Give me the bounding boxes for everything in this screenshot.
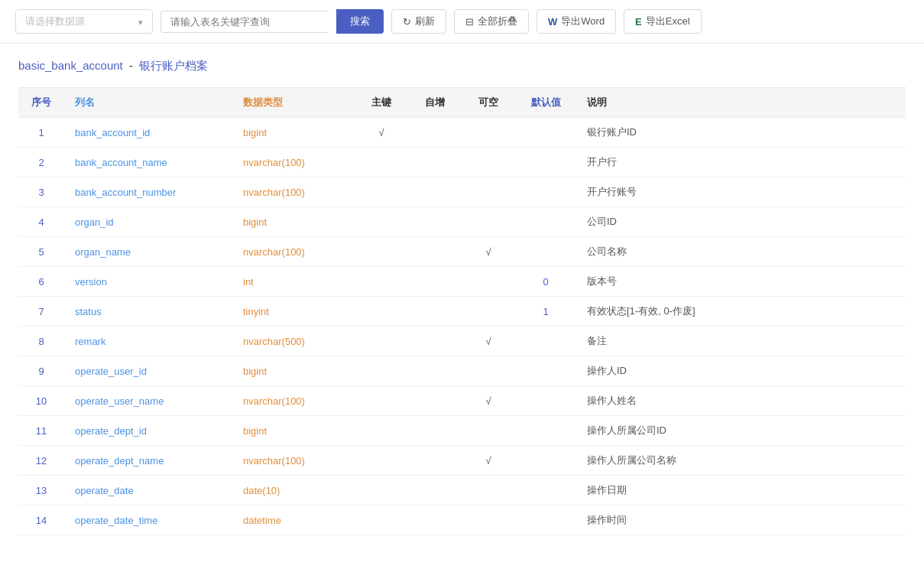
cell-pk xyxy=(355,267,408,297)
cell-auto xyxy=(408,237,462,267)
cell-seq: 2 xyxy=(18,148,64,177)
cell-seq: 6 xyxy=(18,267,64,297)
cell-name: version xyxy=(64,267,232,297)
cell-default xyxy=(515,506,576,535)
cell-type: bigint xyxy=(232,356,355,386)
datasource-placeholder: 请选择数据源 xyxy=(25,15,85,28)
page-title: basic_bank_account - 银行账户档案 xyxy=(18,59,906,73)
cell-default xyxy=(515,386,576,416)
header-auto: 自增 xyxy=(408,88,462,118)
cell-comment: 有效状态[1-有效, 0-作废] xyxy=(576,297,906,327)
cell-seq: 7 xyxy=(18,297,64,327)
collapse-label: 全部折叠 xyxy=(478,15,517,28)
table-row: 3 bank_account_number nvarchar(100) 开户行账… xyxy=(18,177,906,207)
cell-comment: 版本号 xyxy=(576,267,906,297)
cell-auto xyxy=(408,148,462,177)
content: basic_bank_account - 银行账户档案 序号 列名 数据类型 主… xyxy=(0,44,924,551)
table-id: basic_bank_account xyxy=(18,59,123,72)
cell-name: operate_user_name xyxy=(64,386,232,416)
word-icon xyxy=(548,16,557,28)
cell-type: date(10) xyxy=(232,476,355,506)
cell-auto xyxy=(408,416,462,446)
search-input[interactable] xyxy=(160,11,329,33)
cell-pk xyxy=(355,207,408,237)
header-comment: 说明 xyxy=(576,88,906,118)
cell-name: organ_id xyxy=(64,207,232,237)
collapse-button[interactable]: 全部折叠 xyxy=(454,9,529,34)
cell-pk xyxy=(355,446,408,476)
cell-default xyxy=(515,177,576,207)
cell-nullable xyxy=(462,207,515,237)
cell-nullable xyxy=(462,506,515,535)
table-row: 4 organ_id bigint 公司ID xyxy=(18,207,906,237)
datasource-select[interactable]: 请选择数据源 xyxy=(15,9,153,34)
refresh-label: 刷新 xyxy=(415,15,435,28)
cell-comment: 开户行 xyxy=(576,148,906,177)
cell-nullable xyxy=(462,476,515,506)
export-word-button[interactable]: 导出Word xyxy=(537,9,616,34)
schema-table: 序号 列名 数据类型 主键 自增 可空 默认值 说明 1 bank_accoun… xyxy=(18,87,906,535)
cell-pk xyxy=(355,148,408,177)
cell-pk xyxy=(355,356,408,386)
cell-auto xyxy=(408,177,462,207)
title-separator: - xyxy=(129,59,133,72)
cell-pk xyxy=(355,297,408,327)
cell-pk xyxy=(355,386,408,416)
refresh-button[interactable]: 刷新 xyxy=(391,9,446,34)
cell-type: tinyint xyxy=(232,297,355,327)
cell-auto xyxy=(408,386,462,416)
cell-type: bigint xyxy=(232,207,355,237)
cell-default xyxy=(515,476,576,506)
cell-name: operate_dept_id xyxy=(64,416,232,446)
cell-auto xyxy=(408,327,462,356)
excel-icon xyxy=(635,16,642,28)
cell-type: datetime xyxy=(232,506,355,535)
cell-seq: 5 xyxy=(18,237,64,267)
cell-nullable xyxy=(462,267,515,297)
cell-name: operate_user_id xyxy=(64,356,232,386)
cell-comment: 操作时间 xyxy=(576,506,906,535)
cell-pk xyxy=(355,327,408,356)
cell-comment: 操作人所属公司ID xyxy=(576,416,906,446)
cell-seq: 12 xyxy=(18,446,64,476)
cell-name: status xyxy=(64,297,232,327)
cell-nullable xyxy=(462,297,515,327)
cell-comment: 公司ID xyxy=(576,207,906,237)
cell-pk: √ xyxy=(355,118,408,148)
table-row: 5 organ_name nvarchar(100) √ 公司名称 xyxy=(18,237,906,267)
export-word-label: 导出Word xyxy=(561,15,605,28)
refresh-icon xyxy=(403,16,411,28)
cell-seq: 10 xyxy=(18,386,64,416)
header-nullable: 可空 xyxy=(462,88,515,118)
cell-auto xyxy=(408,207,462,237)
cell-seq: 4 xyxy=(18,207,64,237)
toolbar: 请选择数据源 搜索 刷新 全部折叠 导出Word 导出Excel xyxy=(0,0,924,44)
cell-nullable: √ xyxy=(462,237,515,267)
cell-nullable: √ xyxy=(462,446,515,476)
cell-comment: 银行账户ID xyxy=(576,118,906,148)
cell-comment: 操作人所属公司名称 xyxy=(576,446,906,476)
cell-nullable: √ xyxy=(462,386,515,416)
table-row: 11 operate_dept_id bigint 操作人所属公司ID xyxy=(18,416,906,446)
header-type: 数据类型 xyxy=(232,88,355,118)
table-row: 7 status tinyint 1 有效状态[1-有效, 0-作废] xyxy=(18,297,906,327)
cell-comment: 开户行账号 xyxy=(576,177,906,207)
cell-default xyxy=(515,207,576,237)
cell-name: bank_account_id xyxy=(64,118,232,148)
collapse-icon xyxy=(465,16,474,28)
cell-auto xyxy=(408,476,462,506)
search-button[interactable]: 搜索 xyxy=(336,9,384,34)
cell-default xyxy=(515,148,576,177)
cell-pk xyxy=(355,476,408,506)
cell-nullable xyxy=(462,416,515,446)
export-excel-button[interactable]: 导出Excel xyxy=(624,9,701,34)
cell-nullable: √ xyxy=(462,327,515,356)
cell-nullable xyxy=(462,148,515,177)
cell-seq: 1 xyxy=(18,118,64,148)
cell-default: 1 xyxy=(515,297,576,327)
cell-auto xyxy=(408,267,462,297)
table-row: 13 operate_date date(10) 操作日期 xyxy=(18,476,906,506)
cell-default xyxy=(515,356,576,386)
cell-type: nvarchar(100) xyxy=(232,148,355,177)
cell-pk xyxy=(355,506,408,535)
